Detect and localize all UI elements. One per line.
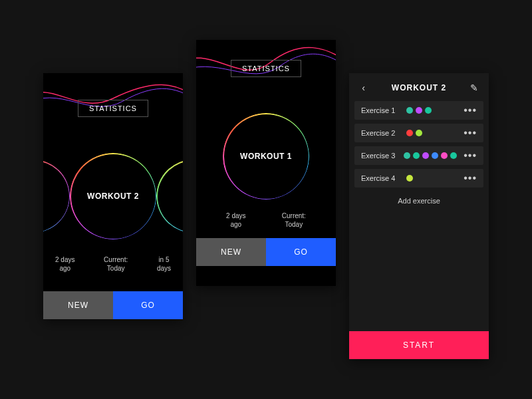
exercise-row[interactable]: Exercise 4••• bbox=[354, 169, 483, 188]
screens-container: STATISTICS WORKOUT 2 2 days ago Current:… bbox=[43, 40, 489, 359]
set-dot bbox=[416, 130, 422, 136]
set-dot bbox=[406, 130, 413, 136]
bottom-bar: NEW GO bbox=[43, 291, 183, 319]
time-past: 2 days ago bbox=[55, 255, 74, 273]
go-button[interactable]: GO bbox=[266, 238, 336, 266]
set-dot bbox=[450, 152, 457, 159]
start-button[interactable]: START bbox=[349, 331, 489, 359]
exercise-dots bbox=[406, 175, 413, 182]
set-dot bbox=[432, 152, 438, 159]
exercise-name: Exercise 3 bbox=[361, 152, 397, 160]
time-row: 2 days ago Current: Today bbox=[208, 211, 324, 229]
workout-ring-stage: WORKOUT 1 bbox=[196, 96, 336, 216]
workout-label: WORKOUT 2 bbox=[87, 192, 139, 201]
bottom-bar: NEW GO bbox=[196, 238, 336, 266]
set-dot bbox=[413, 152, 420, 159]
set-dot bbox=[404, 152, 410, 159]
detail-title: WORKOUT 2 bbox=[392, 83, 446, 92]
set-dot bbox=[406, 175, 413, 182]
set-dot bbox=[422, 152, 429, 159]
time-next: in 5 days bbox=[157, 255, 171, 273]
workout-ring-stage: WORKOUT 2 bbox=[43, 136, 183, 256]
screen-workout2-overview: STATISTICS WORKOUT 2 2 days ago Current:… bbox=[43, 73, 183, 319]
statistics-button[interactable]: STATISTICS bbox=[231, 60, 301, 77]
exercise-row[interactable]: Exercise 3••• bbox=[354, 146, 483, 165]
exercise-dots bbox=[406, 130, 422, 136]
exercise-list: Exercise 1•••Exercise 2•••Exercise 3•••E… bbox=[349, 101, 489, 188]
screen-workout-detail: ‹ WORKOUT 2 ✎ Exercise 1•••Exercise 2•••… bbox=[349, 73, 489, 359]
exercise-dots bbox=[404, 152, 457, 159]
exercise-dots bbox=[406, 107, 432, 114]
set-dot bbox=[425, 107, 432, 114]
exercise-row[interactable]: Exercise 1••• bbox=[354, 101, 483, 120]
set-dot bbox=[406, 107, 413, 114]
exercise-row[interactable]: Exercise 2••• bbox=[354, 124, 483, 142]
back-icon[interactable]: ‹ bbox=[358, 82, 369, 93]
exercise-name: Exercise 2 bbox=[361, 129, 400, 137]
exercise-name: Exercise 1 bbox=[361, 106, 400, 114]
set-dot bbox=[441, 152, 448, 159]
workout-ring-next[interactable] bbox=[156, 160, 183, 233]
go-button[interactable]: GO bbox=[113, 291, 183, 319]
set-dot bbox=[416, 107, 422, 114]
edit-icon[interactable]: ✎ bbox=[469, 82, 479, 93]
new-button[interactable]: NEW bbox=[196, 238, 266, 266]
time-row: 2 days ago Current: Today in 5 days bbox=[55, 255, 171, 273]
workout-ring-prev[interactable] bbox=[43, 160, 70, 233]
time-past: 2 days ago bbox=[226, 211, 245, 229]
time-current: Current: Today bbox=[282, 211, 306, 229]
statistics-button[interactable]: STATISTICS bbox=[78, 100, 148, 117]
workout-ring-current[interactable]: WORKOUT 2 bbox=[70, 153, 156, 239]
detail-header: ‹ WORKOUT 2 ✎ bbox=[349, 73, 489, 101]
exercise-name: Exercise 4 bbox=[361, 174, 400, 182]
workout-ring-current[interactable]: WORKOUT 1 bbox=[223, 113, 309, 200]
add-exercise-button[interactable]: Add exercise bbox=[349, 188, 489, 214]
time-current: Current: Today bbox=[104, 255, 128, 273]
workout-label: WORKOUT 1 bbox=[240, 152, 292, 161]
new-button[interactable]: NEW bbox=[43, 291, 113, 319]
bottom-bar: START bbox=[349, 331, 489, 359]
screen-workout1-overview: STATISTICS WORKOUT 1 2 days ago Current:… bbox=[196, 40, 336, 286]
